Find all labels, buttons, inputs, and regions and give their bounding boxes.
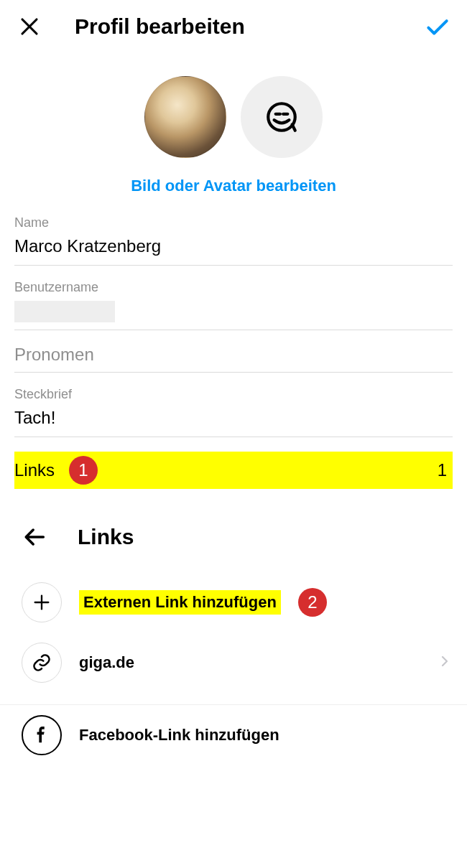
bio-label: Steckbrief bbox=[14, 387, 453, 402]
plus-icon-circle bbox=[22, 582, 62, 622]
link-icon bbox=[32, 653, 52, 673]
pronouns-field[interactable]: Pronomen bbox=[14, 345, 453, 373]
close-icon bbox=[19, 16, 40, 37]
username-value-redacted bbox=[14, 301, 115, 322]
bio-field[interactable]: Steckbrief Tach! bbox=[14, 387, 453, 437]
confirm-button[interactable] bbox=[424, 13, 451, 40]
add-facebook-link-label: Facebook-Link hinzufügen bbox=[79, 726, 279, 745]
profile-photo[interactable] bbox=[144, 76, 226, 158]
name-field[interactable]: Name Marco Kratzenberg bbox=[14, 215, 453, 266]
close-button[interactable] bbox=[16, 13, 43, 40]
avatar-option[interactable] bbox=[241, 76, 323, 158]
facebook-icon bbox=[32, 726, 51, 745]
pronouns-placeholder: Pronomen bbox=[14, 345, 453, 365]
back-button[interactable] bbox=[22, 523, 49, 551]
links-row-label: Links bbox=[14, 460, 55, 480]
svg-point-2 bbox=[268, 103, 295, 131]
annotation-marker-2: 2 bbox=[298, 588, 327, 617]
username-field[interactable]: Benutzername bbox=[14, 280, 453, 330]
avatar-row bbox=[0, 76, 467, 158]
link-icon-circle bbox=[22, 643, 62, 683]
name-value: Marco Kratzenberg bbox=[14, 236, 453, 258]
links-title: Links bbox=[78, 525, 134, 549]
back-arrow-icon bbox=[23, 525, 47, 549]
username-label: Benutzername bbox=[14, 280, 453, 295]
links-count: 1 bbox=[438, 460, 447, 480]
name-label: Name bbox=[14, 215, 453, 230]
existing-link-row[interactable]: giga.de bbox=[0, 633, 467, 693]
links-subheader: Links bbox=[0, 510, 467, 558]
links-navigation-row[interactable]: Links 1 1 bbox=[14, 452, 453, 489]
check-icon bbox=[424, 12, 451, 41]
edit-profile-header: Profil bearbeiten bbox=[0, 0, 467, 47]
annotation-marker-1: 1 bbox=[69, 456, 98, 485]
facebook-icon-circle bbox=[22, 715, 62, 755]
profile-form: Name Marco Kratzenberg Benutzername Pron… bbox=[0, 215, 467, 437]
chevron-right-icon bbox=[438, 651, 451, 674]
link-list: Externen Link hinzufügen 2 giga.de Faceb… bbox=[0, 572, 467, 765]
page-title: Profil bearbeiten bbox=[75, 14, 424, 39]
bio-value: Tach! bbox=[14, 408, 453, 429]
edit-picture-link[interactable]: Bild oder Avatar bearbeiten bbox=[0, 177, 467, 195]
add-external-link-label: Externen Link hinzufügen bbox=[79, 590, 281, 615]
plus-icon bbox=[32, 592, 52, 612]
add-external-link-row[interactable]: Externen Link hinzufügen 2 bbox=[0, 572, 467, 633]
add-facebook-link-row[interactable]: Facebook-Link hinzufügen bbox=[0, 705, 467, 765]
existing-link-label: giga.de bbox=[79, 653, 134, 672]
avatar-icon bbox=[264, 99, 300, 135]
